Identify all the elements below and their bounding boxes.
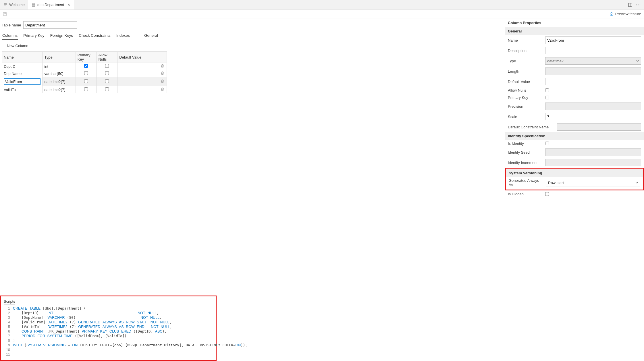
designer-tabs: Columns Primary Key Foreign Keys Check C… bbox=[2, 32, 502, 40]
column-nulls-check[interactable] bbox=[105, 87, 109, 91]
prop-precision-label: Precision bbox=[508, 104, 542, 109]
dtab-columns[interactable]: Columns bbox=[2, 32, 18, 40]
dtab-general[interactable]: General bbox=[144, 32, 159, 40]
svg-point-3 bbox=[638, 4, 639, 5]
table-row[interactable]: DeptNamevarchar(50) bbox=[2, 70, 167, 77]
properties-panel-title: Column Properties bbox=[505, 18, 644, 27]
column-name-cell[interactable]: DeptID bbox=[2, 63, 43, 70]
table-row[interactable]: DeptIDint bbox=[2, 63, 167, 70]
column-pk-cell[interactable] bbox=[76, 86, 97, 93]
prop-seed-input[interactable] bbox=[545, 148, 641, 156]
dtab-check-constraints[interactable]: Check Constraints bbox=[78, 32, 111, 40]
col-header-nulls[interactable]: Allow Nulls bbox=[97, 52, 117, 63]
prop-incr-input[interactable] bbox=[545, 159, 641, 166]
column-pk-check[interactable] bbox=[84, 71, 88, 75]
scripts-panel: Scripts 1CREATE TABLE [dbo].[Department]… bbox=[0, 296, 217, 361]
prop-length-label: Length bbox=[508, 69, 542, 74]
table-row[interactable]: datetime2(7) bbox=[2, 77, 167, 86]
col-header-default[interactable]: Default Value bbox=[117, 52, 158, 63]
prop-allownulls-check[interactable] bbox=[545, 88, 549, 92]
column-pk-cell[interactable] bbox=[76, 77, 97, 86]
prop-genalways-select[interactable]: Row start bbox=[546, 179, 640, 186]
table-row[interactable]: ValidTodatetime2(7) bbox=[2, 86, 167, 93]
system-versioning-section: System Versioning Generated Always As Ro… bbox=[505, 168, 644, 190]
column-name-cell[interactable]: DeptName bbox=[2, 70, 43, 77]
delete-row-icon[interactable] bbox=[161, 71, 164, 75]
prop-desc-input[interactable] bbox=[545, 47, 641, 54]
svg-point-2 bbox=[636, 4, 637, 5]
column-default-cell[interactable] bbox=[117, 86, 158, 93]
section-sysver: System Versioning bbox=[506, 169, 643, 177]
prop-scale-input[interactable] bbox=[545, 113, 641, 120]
designer-toolbar: Preview feature bbox=[0, 10, 644, 18]
dtab-primary-key[interactable]: Primary Key bbox=[23, 32, 45, 40]
tab-welcome-label: Welcome bbox=[9, 3, 25, 7]
column-actions-cell bbox=[158, 77, 167, 86]
column-nulls-cell[interactable] bbox=[97, 63, 117, 70]
column-nulls-check[interactable] bbox=[105, 71, 109, 75]
col-header-pk[interactable]: Primary Key bbox=[76, 52, 97, 63]
more-actions-icon[interactable] bbox=[635, 3, 641, 7]
new-column-button[interactable]: New Column bbox=[2, 43, 29, 49]
delete-row-icon[interactable] bbox=[161, 87, 164, 91]
column-type-cell[interactable]: datetime2(7) bbox=[43, 77, 76, 86]
column-pk-cell[interactable] bbox=[76, 70, 97, 77]
columns-table: Name Type Primary Key Allow Nulls Defaul… bbox=[2, 51, 167, 93]
column-nulls-cell[interactable] bbox=[97, 86, 117, 93]
prop-type-label: Type bbox=[508, 59, 542, 63]
prop-genalways-label: Generated Always As bbox=[509, 178, 543, 187]
new-column-label: New Column bbox=[7, 44, 28, 48]
prop-isidentity-label: Is Identity bbox=[508, 141, 542, 146]
column-default-cell[interactable] bbox=[117, 77, 158, 86]
column-pk-check[interactable] bbox=[84, 87, 88, 91]
prop-incr-label: Identity Increment bbox=[508, 161, 542, 165]
col-header-name[interactable]: Name bbox=[2, 52, 43, 63]
save-icon[interactable] bbox=[3, 12, 7, 16]
column-pk-cell[interactable] bbox=[76, 63, 97, 70]
column-default-cell[interactable] bbox=[117, 70, 158, 77]
column-name-input[interactable] bbox=[4, 78, 41, 85]
tab-welcome[interactable]: Welcome bbox=[0, 0, 28, 9]
tab-dbo-department[interactable]: dbo.Department bbox=[28, 0, 74, 9]
delete-row-icon[interactable] bbox=[161, 79, 164, 83]
tablename-label: Table name bbox=[2, 23, 21, 27]
chevron-down-icon bbox=[636, 59, 639, 62]
dtab-foreign-keys[interactable]: Foreign Keys bbox=[50, 32, 74, 40]
prop-name-label: Name bbox=[508, 38, 542, 43]
column-pk-check[interactable] bbox=[84, 79, 88, 83]
prop-type-select[interactable]: datetime2 bbox=[545, 57, 641, 65]
column-nulls-check[interactable] bbox=[105, 64, 109, 68]
svg-point-4 bbox=[640, 4, 640, 5]
column-pk-check[interactable] bbox=[84, 64, 88, 68]
preview-feature-badge: Preview feature bbox=[610, 12, 641, 16]
column-nulls-check[interactable] bbox=[105, 79, 109, 83]
table-icon bbox=[32, 3, 36, 7]
tablename-input[interactable] bbox=[23, 21, 77, 29]
split-editor-icon[interactable] bbox=[628, 3, 633, 7]
prop-name-input[interactable] bbox=[545, 36, 641, 44]
prop-precision-input[interactable] bbox=[545, 103, 641, 110]
column-type-cell[interactable]: varchar(50) bbox=[43, 70, 76, 77]
svg-rect-0 bbox=[32, 3, 35, 6]
prop-ishidden-check[interactable] bbox=[545, 192, 549, 196]
col-header-type[interactable]: Type bbox=[43, 52, 76, 63]
column-type-cell[interactable]: int bbox=[43, 63, 76, 70]
delete-row-icon[interactable] bbox=[161, 64, 164, 68]
column-default-cell[interactable] bbox=[117, 63, 158, 70]
column-name-cell[interactable]: ValidTo bbox=[2, 86, 43, 93]
preview-feature-label: Preview feature bbox=[615, 12, 641, 16]
column-properties-panel: Column Properties General Name Descripti… bbox=[505, 18, 644, 361]
sql-script[interactable]: 1CREATE TABLE [dbo].[Department] ( 2 [De… bbox=[4, 306, 213, 357]
column-nulls-cell[interactable] bbox=[97, 77, 117, 86]
prop-isidentity-check[interactable] bbox=[545, 142, 549, 145]
prop-pk-check[interactable] bbox=[545, 96, 549, 99]
column-type-cell[interactable]: datetime2(7) bbox=[43, 86, 76, 93]
prop-length-input[interactable] bbox=[545, 67, 641, 75]
prop-defconst-input[interactable] bbox=[557, 123, 641, 131]
close-icon[interactable] bbox=[67, 3, 71, 7]
prop-defval-input[interactable] bbox=[545, 78, 641, 85]
scripts-title: Scripts bbox=[4, 299, 15, 304]
column-nulls-cell[interactable] bbox=[97, 70, 117, 77]
dtab-indexes[interactable]: Indexes bbox=[116, 32, 130, 40]
prop-pk-label: Primary Key bbox=[508, 95, 542, 100]
